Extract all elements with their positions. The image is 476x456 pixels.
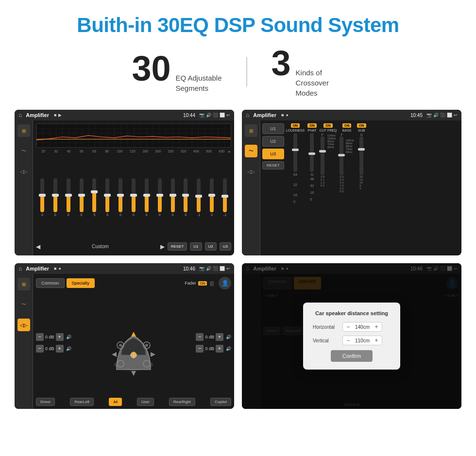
db-row-fl: − 0 dB + 🔊 — [36, 333, 71, 341]
cutfreq-f-slider[interactable] — [321, 136, 324, 175]
camera-icon-1: 📷 — [199, 113, 204, 118]
unit-buttons: U1 U2 U3 RESET — [262, 123, 284, 169]
specialty-tab[interactable]: Specialty — [67, 278, 95, 288]
rr-speaker-icon: 🔊 — [226, 346, 231, 351]
fl-plus[interactable]: + — [56, 333, 64, 341]
u2-unit-btn[interactable]: U2 — [262, 136, 284, 147]
common-tab[interactable]: Common — [36, 278, 65, 288]
screen1-title: Amplifier — [26, 112, 49, 118]
eq-icon-3[interactable]: ⊞ — [17, 278, 30, 290]
eq-stat: 30 EQ AdjustableSegments — [107, 51, 246, 93]
slider-200[interactable]: 0 — [153, 178, 166, 217]
dialog-title: Car speaker distance setting — [313, 310, 391, 316]
side-controls-2: ⊞ 〜 ◁▷ — [242, 120, 260, 255]
sub-slider[interactable] — [359, 136, 363, 175]
dup-icon-1: ⬜ — [220, 113, 225, 118]
u1-unit-btn[interactable]: U1 — [262, 123, 284, 134]
slider-32[interactable]: 0 — [49, 178, 62, 217]
user-btn[interactable]: User — [137, 398, 154, 406]
dot-icon-3: ● — [58, 266, 61, 271]
status-bar-1: ⌂ Amplifier ■ ▶ 10:44 📷 🔊 ⬛ ⬜ ↩ — [15, 110, 234, 120]
bass-freqs: 100Hz90Hz80Hz70Hz60Hz — [346, 139, 354, 153]
vol-side-icon-3[interactable]: ◁▷ — [17, 319, 30, 331]
svg-point-12 — [145, 362, 148, 365]
slider-25[interactable]: 0 — [36, 178, 49, 217]
rl-plus[interactable]: + — [56, 345, 64, 353]
speaker-main: Common Specialty Fader ON ||| 👤 − 0 dB + — [33, 274, 234, 409]
crossover-number: 3 — [272, 46, 291, 81]
db-row-rr: − 0 dB + 🔊 — [196, 345, 231, 353]
vol-icon-3: 🔊 — [206, 266, 211, 271]
play-icon-1: ▶ — [58, 113, 62, 118]
reset-btn-1[interactable]: RESET — [168, 242, 187, 251]
horizontal-input[interactable]: − 140cm + — [342, 322, 382, 332]
slider-250[interactable]: 0 — [167, 178, 179, 217]
u3-btn[interactable]: U3 — [220, 242, 231, 251]
slider-50[interactable]: 0 — [75, 178, 88, 217]
fr-minus[interactable]: − — [196, 333, 204, 341]
sub-g: G — [359, 133, 363, 136]
slider-400[interactable]: -1 — [192, 178, 205, 217]
all-btn[interactable]: All — [109, 398, 122, 406]
user-icon-3: 👤 — [219, 277, 231, 289]
vertical-minus[interactable]: − — [345, 337, 352, 344]
rr-minus[interactable]: − — [196, 345, 204, 353]
fr-speaker-icon: 🔊 — [226, 335, 231, 339]
vol-side-icon-2[interactable]: ◁▷ — [245, 165, 257, 178]
u1-btn[interactable]: U1 — [190, 242, 202, 251]
driver-btn[interactable]: Driver — [36, 398, 55, 406]
fr-plus[interactable]: + — [216, 333, 223, 341]
rearleft-btn[interactable]: RearLeft — [70, 398, 94, 406]
eq-icon[interactable]: ⊞ — [17, 124, 30, 137]
loudness-slider[interactable] — [293, 133, 297, 172]
vertical-input[interactable]: − 110cm + — [342, 336, 382, 345]
screen2-title: Amplifier — [253, 112, 276, 118]
home-icon-3: ⌂ — [18, 265, 22, 272]
prev-preset-btn[interactable]: ◀ — [36, 243, 40, 250]
wave-icon-3[interactable]: 〜 — [17, 298, 30, 311]
wave-icon-2[interactable]: 〜 — [245, 145, 257, 157]
bass-f-slider[interactable] — [340, 136, 343, 175]
cutfreq-label: CUT FREQ — [320, 129, 337, 132]
next-preset-btn[interactable]: ▶ — [160, 243, 165, 250]
slider-160[interactable]: 0 — [140, 178, 153, 217]
slider-40[interactable]: 0 — [62, 178, 75, 217]
reset-btn-2[interactable]: RESET — [262, 161, 284, 169]
slider-80[interactable]: 0 — [101, 178, 114, 217]
confirm-button[interactable]: Confirm — [331, 350, 373, 362]
spk-controls-right: − 0 dB + 🔊 − 0 dB + 🔊 — [196, 333, 231, 353]
phat-slider[interactable] — [310, 133, 314, 172]
u2-btn[interactable]: U2 — [205, 242, 217, 251]
side-controls-3: ⊞ 〜 ◁▷ — [15, 274, 33, 409]
u3-unit-btn[interactable]: U3 — [262, 149, 284, 159]
slider-63[interactable]: 5 — [88, 178, 101, 217]
slider-100[interactable]: 0 — [114, 178, 127, 217]
time-1: 10:44 — [183, 113, 195, 118]
vol-icon-1: 🔊 — [206, 113, 211, 118]
eq-bottom-bar: ◀ Custom ▶ RESET U1 U2 U3 — [36, 240, 231, 253]
slider-630[interactable]: -1 — [219, 178, 231, 217]
main-eq: 25 32 40 50 63 80 100 125 160 200 250 32… — [33, 120, 234, 255]
fl-minus[interactable]: − — [36, 333, 44, 341]
eq-icon-2[interactable]: ⊞ — [245, 124, 257, 137]
sub-on: ON — [357, 123, 366, 128]
side-controls-1: ⊞ 〜 ◁▷ — [15, 120, 33, 255]
rearright-btn[interactable]: RearRight — [169, 398, 195, 406]
wave-icon[interactable]: 〜 — [17, 145, 30, 157]
horizontal-plus[interactable]: + — [373, 323, 380, 330]
time-2: 10:45 — [410, 113, 423, 118]
rl-minus[interactable]: − — [36, 345, 44, 353]
rr-plus[interactable]: + — [216, 345, 223, 353]
vol-side-icon[interactable]: ◁▷ — [17, 165, 30, 178]
loudness-label: LOUDNESS — [286, 129, 305, 132]
horizontal-minus[interactable]: − — [345, 323, 352, 330]
slider-125[interactable]: 0 — [127, 178, 140, 217]
slider-500[interactable]: 0 — [205, 178, 218, 217]
eq-sliders[interactable]: 0 0 0 0 5 0 0 0 0 0 0 0 -1 0 -1 — [36, 156, 231, 238]
vertical-plus[interactable]: + — [373, 337, 380, 344]
copilot-btn[interactable]: Copilot — [210, 398, 231, 406]
fader-bars: ||| — [210, 281, 214, 286]
bass-sliders: F 3.02.52.01.51.00.5 100Hz90Hz80Hz70Hz60… — [340, 133, 354, 193]
slider-320[interactable]: 0 — [179, 178, 192, 217]
status-right-2: 📷 🔊 ⬛ ⬜ ↩ — [426, 113, 458, 118]
